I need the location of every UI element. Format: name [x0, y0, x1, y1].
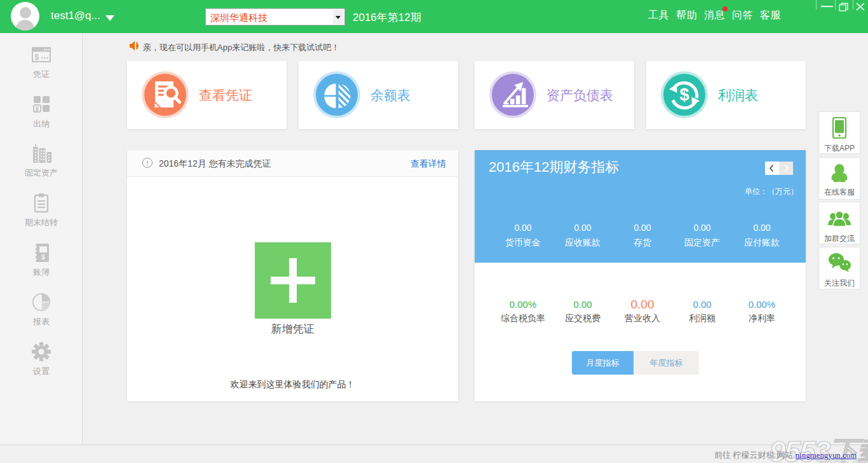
svg-text:¥: ¥ [36, 106, 39, 113]
svg-text:$: $ [41, 252, 45, 260]
svg-text:$: $ [679, 85, 689, 104]
svg-text:$: $ [35, 53, 39, 62]
